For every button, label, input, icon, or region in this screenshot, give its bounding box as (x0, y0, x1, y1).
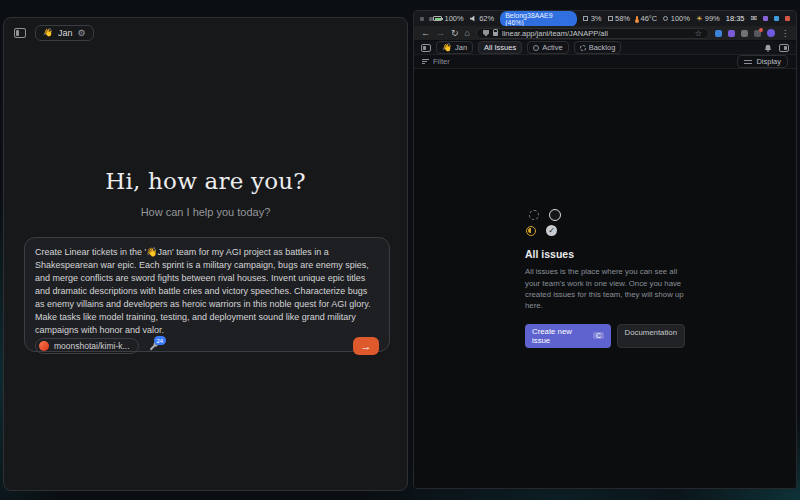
profile-avatar[interactable] (767, 29, 775, 37)
browser-menu-icon[interactable]: ⋮ (781, 29, 789, 38)
empty-state-title: All issues (525, 248, 685, 260)
home-button[interactable]: ⌂ (465, 29, 470, 38)
browser-toolbar: ← → ↻ ⌂ linear.app/jani/team/JANAPP/all … (414, 26, 796, 41)
brightness-indicator: ☀ 99% (696, 14, 720, 23)
disk-percent: 100% (671, 14, 690, 23)
tab-label: Active (542, 43, 562, 52)
todo-status-icon (549, 209, 561, 221)
in-progress-status-icon (526, 226, 536, 236)
empty-state-actions: Create new issue C Documentation (525, 324, 685, 348)
tab-label: Backlog (589, 43, 616, 52)
status-row: ✓ (526, 225, 685, 236)
create-button-label: Create new issue (532, 327, 589, 345)
send-button[interactable]: → (353, 337, 379, 355)
tab-all-issues[interactable]: All Issues (478, 41, 522, 54)
cpu-indicator: 3% (583, 14, 601, 23)
workspace-icon[interactable] (420, 17, 424, 21)
team-name: Jan (455, 43, 467, 52)
bell-icon[interactable] (764, 44, 772, 52)
assistant-emoji-icon: 👋 (43, 29, 53, 37)
battery-indicator: 100% (433, 14, 464, 23)
brightness-percent: 99% (705, 14, 720, 23)
battery-icon (433, 16, 442, 21)
cpu-icon (583, 16, 588, 21)
prompt-input[interactable]: Create Linear tickets in the '👋Jan' team… (35, 246, 379, 337)
memory-icon (608, 16, 613, 21)
workspace-indicators (420, 17, 433, 21)
active-circle-icon (533, 45, 539, 51)
documentation-button[interactable]: Documentation (617, 324, 685, 348)
filter-label: Filter (433, 57, 450, 66)
extension-icon[interactable] (715, 30, 722, 37)
tab-active[interactable]: Active (527, 41, 568, 54)
model-selector[interactable]: moonshotai/kimi-k... (35, 338, 139, 354)
tools-button[interactable]: 24 (149, 341, 159, 351)
linear-filter-bar: Filter Display (414, 55, 796, 69)
gear-icon[interactable]: ⚙ (78, 28, 86, 38)
brightness-icon: ☀ (696, 15, 702, 23)
display-label: Display (756, 57, 781, 66)
all-issues-empty-state: ✓ All issues All issues is the place whe… (525, 209, 685, 347)
address-bar[interactable]: linear.app/jani/team/JANAPP/all ☆ (476, 28, 709, 39)
forward-button[interactable]: → (436, 29, 445, 38)
display-button[interactable]: Display (737, 55, 788, 68)
bookmark-star-icon[interactable]: ☆ (695, 29, 702, 38)
clock: 18:35 (726, 14, 745, 23)
remote-screen: 100% 62% Belong38AAE9 (46%) 3% 58% 46°C (413, 10, 797, 489)
memory-indicator: 58% (608, 14, 631, 23)
team-emoji-icon: 👋 (442, 44, 452, 52)
linear-tab-bar: 👋 Jan All Issues Active Backlog (414, 41, 796, 55)
back-button[interactable]: ← (421, 29, 430, 38)
model-logo-icon (39, 341, 49, 351)
sidebar-toggle-icon[interactable] (14, 28, 26, 38)
mail-icon[interactable]: ✉ (751, 14, 758, 23)
memory-percent: 58% (615, 14, 630, 23)
check-icon: ✓ (548, 226, 555, 235)
extension-icon[interactable] (728, 30, 735, 37)
done-status-icon: ✓ (546, 225, 557, 236)
system-status-bar: 100% 62% Belong38AAE9 (46%) 3% 58% 46°C (414, 11, 796, 26)
thermometer-icon (636, 16, 638, 22)
puzzle-extension-icon[interactable] (741, 30, 748, 37)
temperature-value: 46°C (641, 14, 658, 23)
create-new-issue-button[interactable]: Create new issue C (525, 324, 611, 348)
tray-icon[interactable] (785, 16, 790, 21)
temperature-indicator: 46°C (636, 14, 657, 23)
url-text[interactable]: linear.app/jani/team/JANAPP/all (502, 29, 608, 38)
battery-percent: 100% (445, 14, 464, 23)
backlog-status-icon (529, 210, 539, 220)
jan-chat-window: 👋 Jan ⚙ Hi, how are you? How can I help … (3, 17, 408, 491)
composer-toolbar: moonshotai/kimi-k... 24 → (35, 337, 379, 355)
chat-composer[interactable]: Create Linear tickets in the '👋Jan' team… (24, 237, 390, 352)
disk-indicator: 100% (663, 14, 690, 23)
model-name: moonshotai/kimi-k... (54, 341, 130, 351)
team-tab-jan[interactable]: 👋 Jan (436, 41, 473, 54)
right-panel-toggle-icon[interactable] (779, 44, 789, 52)
filter-button[interactable]: Filter (422, 57, 450, 66)
assistant-selector[interactable]: 👋 Jan ⚙ (35, 25, 94, 41)
greeting-subtitle: How can I help you today? (4, 206, 407, 218)
tabbar-right-icons (764, 44, 789, 52)
status-row (529, 209, 685, 221)
linear-sidebar-toggle-icon[interactable] (421, 44, 431, 52)
shortcut-badge: C (593, 332, 603, 339)
send-arrow-icon: → (361, 340, 372, 352)
notification-extension-icon[interactable] (754, 30, 761, 37)
shield-icon[interactable] (483, 30, 489, 37)
linear-content-area: ✓ All issues All issues is the place whe… (414, 69, 796, 488)
tray-icon[interactable] (763, 16, 768, 21)
empty-state-description: All issues is the place where you can se… (525, 266, 685, 311)
reload-button[interactable]: ↻ (451, 29, 459, 38)
greeting-block: Hi, how are you? How can I help you toda… (4, 168, 407, 218)
tab-backlog[interactable]: Backlog (574, 41, 622, 54)
chat-titlebar: 👋 Jan ⚙ (4, 18, 407, 48)
cpu-percent: 3% (591, 14, 602, 23)
backlog-circle-icon (580, 45, 586, 51)
wifi-network-pill[interactable]: Belong38AAE9 (46%) (500, 11, 577, 27)
volume-percent: 62% (479, 14, 494, 23)
volume-indicator: 62% (470, 14, 495, 23)
assistant-name: Jan (58, 28, 73, 38)
sliders-icon (744, 59, 752, 65)
issue-status-graphic: ✓ (529, 209, 685, 236)
tray-icon[interactable] (774, 16, 779, 21)
